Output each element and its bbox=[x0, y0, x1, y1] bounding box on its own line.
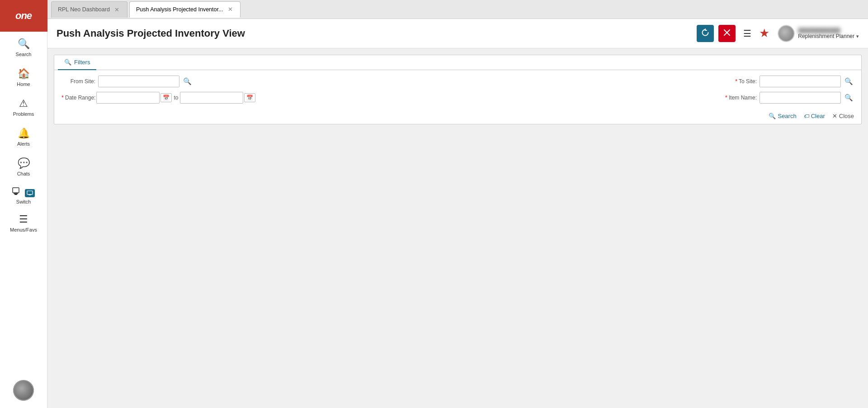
home-icon: 🏠 bbox=[18, 68, 30, 80]
date-range-to-label: to bbox=[174, 95, 178, 101]
to-site-input[interactable] bbox=[760, 76, 841, 87]
star-badge[interactable]: ★ bbox=[759, 26, 774, 41]
svg-rect-2 bbox=[14, 194, 17, 195]
tab-push-analysis-close[interactable]: ✕ bbox=[226, 6, 234, 13]
sidebar-item-home[interactable]: 🏠 Home bbox=[0, 62, 47, 91]
filter-panel: 🔍 Filters From Site: 🔍 bbox=[54, 55, 862, 124]
search-icon: 🔍 bbox=[18, 38, 30, 50]
switch-secondary-icon bbox=[25, 189, 35, 197]
search-action-link[interactable]: 🔍 Search bbox=[769, 113, 796, 119]
chat-icon: 💬 bbox=[18, 157, 30, 169]
sidebar-item-chats[interactable]: 💬 Chats bbox=[0, 151, 47, 181]
user-role-text: Replenishment Planner bbox=[798, 33, 854, 39]
from-site-group: From Site: 🔍 bbox=[61, 76, 193, 87]
page-header: Push Analysis Projected Inventory View bbox=[47, 19, 868, 48]
date-required-star: * bbox=[61, 95, 65, 101]
clear-action-icon: 🏷 bbox=[804, 113, 809, 119]
user-name: ████████████ bbox=[798, 28, 840, 33]
sidebar-item-alerts[interactable]: 🔔 Alerts bbox=[0, 121, 47, 151]
user-avatar-header bbox=[778, 25, 794, 42]
sidebar-label-switch: Switch bbox=[16, 199, 31, 204]
sidebar-label-problems: Problems bbox=[13, 111, 34, 117]
to-site-label: * * To Site:To Site: bbox=[723, 78, 757, 85]
date-range-group: * Date Range: 📅 to 📅 bbox=[61, 92, 255, 104]
from-site-input[interactable] bbox=[98, 76, 179, 87]
clear-action-link[interactable]: 🏷 Clear bbox=[804, 113, 825, 119]
role-dropdown[interactable]: Replenishment Planner ▾ bbox=[798, 33, 859, 39]
date-range-label: * Date Range: bbox=[61, 95, 95, 101]
tab-neo-dashboard-label: RPL Neo Dashboard bbox=[58, 6, 110, 13]
warning-icon: ⚠ bbox=[19, 98, 28, 109]
user-avatar-sidebar bbox=[13, 380, 34, 401]
sidebar-item-problems[interactable]: ⚠ Problems bbox=[0, 91, 47, 121]
sidebar-label-chats: Chats bbox=[17, 171, 30, 176]
from-site-search-icon: 🔍 bbox=[183, 77, 192, 85]
header-actions: ☰ ★ ████████████ Replenishment Planner ▾ bbox=[697, 25, 859, 42]
sidebar-label-search: Search bbox=[16, 52, 32, 57]
tab-neo-dashboard[interactable]: RPL Neo Dashboard ✕ bbox=[51, 1, 127, 18]
filter-body: From Site: 🔍 * * To Site:To Site: bbox=[54, 70, 861, 109]
switch-primary-icon bbox=[12, 187, 23, 199]
to-site-group: * * To Site:To Site: 🔍 bbox=[723, 76, 854, 87]
bell-icon: 🔔 bbox=[18, 128, 30, 139]
sidebar: one 🔍 Search 🏠 Home ⚠ Problems 🔔 Alerts … bbox=[0, 0, 47, 408]
sidebar-label-menus: Menus/Favs bbox=[10, 227, 37, 232]
dropdown-arrow-icon: ▾ bbox=[856, 33, 859, 39]
item-required-star: * bbox=[725, 95, 729, 101]
page-body: 🔍 Filters From Site: 🔍 bbox=[47, 48, 868, 408]
svg-rect-0 bbox=[13, 188, 19, 193]
refresh-button[interactable] bbox=[697, 25, 714, 42]
sidebar-label-alerts: Alerts bbox=[17, 141, 30, 147]
switch-icons-row bbox=[0, 183, 47, 199]
filter-actions: 🔍 Search 🏷 Clear ✕ Close bbox=[54, 109, 861, 124]
date-to-calendar-button[interactable]: 📅 bbox=[244, 93, 255, 102]
calendar-to-icon: 📅 bbox=[246, 95, 253, 101]
sidebar-item-menus[interactable]: ☰ Menus/Favs bbox=[0, 207, 47, 237]
star-icon: ★ bbox=[759, 26, 769, 40]
item-name-input[interactable] bbox=[760, 92, 841, 104]
filter-tab-filters[interactable]: 🔍 Filters bbox=[58, 55, 96, 70]
sidebar-item-avatar[interactable] bbox=[0, 374, 47, 408]
close-action-icon: ✕ bbox=[832, 113, 837, 119]
search-action-icon: 🔍 bbox=[769, 113, 776, 119]
date-from-calendar-button[interactable]: 📅 bbox=[160, 93, 172, 102]
item-name-search-button[interactable]: 🔍 bbox=[844, 94, 854, 102]
svg-rect-3 bbox=[27, 191, 33, 195]
item-name-group: * Item Name: 🔍 bbox=[723, 92, 854, 104]
sidebar-label-home: Home bbox=[17, 81, 30, 87]
to-site-required-star: * bbox=[735, 78, 739, 85]
clear-action-label: Clear bbox=[811, 113, 825, 119]
from-site-search-button[interactable]: 🔍 bbox=[182, 77, 193, 85]
item-name-search-icon: 🔍 bbox=[844, 94, 853, 102]
user-section: ████████████ Replenishment Planner ▾ bbox=[778, 25, 859, 42]
cancel-button[interactable] bbox=[718, 25, 736, 42]
user-info: ████████████ Replenishment Planner ▾ bbox=[798, 28, 859, 39]
tab-push-analysis[interactable]: Push Analysis Projected Inventor... ✕ bbox=[129, 1, 241, 18]
close-action-label: Close bbox=[839, 113, 854, 119]
logo-text: one bbox=[15, 10, 32, 22]
to-site-search-button[interactable]: 🔍 bbox=[844, 77, 854, 85]
date-to-input[interactable] bbox=[180, 92, 243, 104]
main-content: RPL Neo Dashboard ✕ Push Analysis Projec… bbox=[47, 0, 868, 408]
cancel-icon bbox=[724, 29, 730, 38]
from-site-label: From Site: bbox=[61, 78, 95, 85]
filter-row-2: * Date Range: 📅 to 📅 bbox=[61, 92, 854, 104]
sidebar-item-switch[interactable]: Switch bbox=[0, 181, 47, 207]
svg-rect-1 bbox=[14, 193, 18, 194]
page-title: Push Analysis Projected Inventory View bbox=[57, 28, 697, 39]
filter-tab-icon: 🔍 bbox=[64, 59, 71, 66]
menus-icon: ☰ bbox=[19, 213, 28, 225]
tab-push-analysis-label: Push Analysis Projected Inventor... bbox=[136, 6, 223, 13]
search-action-label: Search bbox=[778, 113, 796, 119]
close-action-link[interactable]: ✕ Close bbox=[832, 113, 854, 119]
date-from-input[interactable] bbox=[96, 92, 160, 104]
sidebar-item-search[interactable]: 🔍 Search bbox=[0, 32, 47, 62]
tab-bar: RPL Neo Dashboard ✕ Push Analysis Projec… bbox=[47, 0, 868, 19]
menu-button[interactable]: ☰ bbox=[740, 26, 755, 41]
tab-neo-dashboard-close[interactable]: ✕ bbox=[113, 6, 121, 13]
filter-tabs: 🔍 Filters bbox=[54, 55, 861, 70]
app-logo[interactable]: one bbox=[0, 0, 47, 32]
calendar-from-icon: 📅 bbox=[163, 95, 170, 101]
filter-row-1: From Site: 🔍 * * To Site:To Site: bbox=[61, 76, 854, 87]
item-name-label: * Item Name: bbox=[723, 95, 757, 101]
